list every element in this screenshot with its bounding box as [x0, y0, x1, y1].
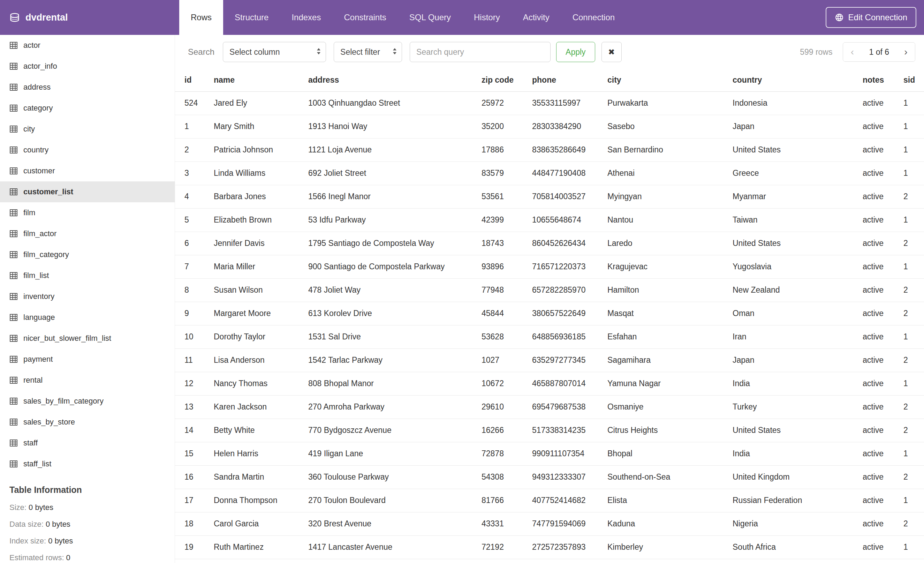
cell-city: Yamuna Nagar [608, 372, 733, 395]
cell-phone: 838635286649 [532, 138, 608, 162]
cell-id: 12 [175, 372, 214, 395]
sidebar-table-city[interactable]: city [0, 119, 175, 140]
cell-address: 1531 Sal Drive [308, 325, 482, 348]
sidebar-table-sales_by_store[interactable]: sales_by_store [0, 411, 175, 432]
cell-name: Maria Miller [214, 255, 308, 278]
cell-country: Japan [733, 348, 862, 372]
table-row[interactable]: 7Maria Miller900 Santiago de Compostela … [175, 255, 924, 278]
table-row[interactable]: 1Mary Smith1913 Hanoi Way352002830338429… [175, 115, 924, 138]
filter-select[interactable]: Select filter [334, 42, 402, 62]
cell-notes: active [862, 348, 903, 372]
clear-search-button[interactable]: ✖ [602, 42, 622, 62]
filter-select-wrap: Select filter [334, 42, 402, 62]
cell-sid: 1 [903, 442, 924, 465]
table-row[interactable]: 3Linda Williams692 Joliet Street83579448… [175, 162, 924, 185]
table-grid-icon [9, 146, 18, 154]
table-row[interactable]: 13Karen Jackson270 Amroha Parkway2961069… [175, 395, 924, 419]
tab-constraints[interactable]: Constraints [332, 0, 398, 35]
sidebar-table-customer[interactable]: customer [0, 161, 175, 182]
row-count: 599 rows [800, 47, 832, 57]
table-row[interactable]: 11Lisa Anderson1542 Tarlac Parkway102763… [175, 348, 924, 372]
table-row[interactable]: 5Elizabeth Brown53 Idfu Parkway423991065… [175, 208, 924, 232]
cell-name: Karen Jackson [214, 395, 308, 419]
tab-history[interactable]: History [462, 0, 512, 35]
tab-activity[interactable]: Activity [512, 0, 561, 35]
next-page-button[interactable]: › [897, 42, 915, 62]
table-grid-icon [9, 376, 18, 384]
apply-button[interactable]: Apply [556, 42, 595, 62]
column-header-id[interactable]: id [175, 69, 214, 92]
sidebar-table-film[interactable]: film [0, 202, 175, 223]
sidebar-table-actor[interactable]: actor [0, 35, 175, 56]
cell-sid: 2 [903, 512, 924, 536]
column-header-notes[interactable]: notes [862, 69, 903, 92]
table-row[interactable]: 18Carol Garcia320 Brest Avenue4333174779… [175, 512, 924, 536]
table-grid-icon [9, 335, 18, 342]
sidebar-table-country[interactable]: country [0, 140, 175, 161]
table-row[interactable]: 19Ruth Martinez1417 Lancaster Avenue7219… [175, 536, 924, 559]
cell-address: 270 Amroha Parkway [308, 395, 482, 419]
sidebar-table-payment[interactable]: payment [0, 349, 175, 370]
tab-structure[interactable]: Structure [223, 0, 280, 35]
sidebar-table-film_actor[interactable]: film_actor [0, 223, 175, 244]
cell-country: United States [733, 232, 862, 255]
column-header-phone[interactable]: phone [532, 69, 608, 92]
tab-connection[interactable]: Connection [561, 0, 626, 35]
table-information-row: Size: 0 bytes [9, 499, 165, 516]
cell-zip-code: 35200 [482, 115, 532, 138]
table-grid-icon [9, 293, 18, 300]
edit-connection-button[interactable]: Edit Connection [826, 7, 916, 28]
column-header-sid[interactable]: sid [903, 69, 924, 92]
search-query-input[interactable] [410, 42, 550, 62]
cell-id: 3 [175, 162, 214, 185]
table-row[interactable]: 6Jennifer Davis1795 Santiago de Composte… [175, 232, 924, 255]
table-row[interactable]: 12Nancy Thomas808 Bhopal Manor1067246588… [175, 372, 924, 395]
sidebar-table-nicer_but_slower_film_list[interactable]: nicer_but_slower_film_list [0, 328, 175, 349]
cell-id: 10 [175, 325, 214, 348]
sidebar-table-label: city [23, 125, 35, 134]
table-row[interactable]: 524Jared Ely1003 Qinhuangdao Street25972… [175, 92, 924, 115]
cell-id: 7 [175, 255, 214, 278]
column-select[interactable]: Select column [223, 42, 326, 62]
table-row[interactable]: 16Sandra Martin360 Toulouse Parkway54308… [175, 465, 924, 489]
sidebar-table-sales_by_film_category[interactable]: sales_by_film_category [0, 391, 175, 411]
sidebar-table-staff_list[interactable]: staff_list [0, 453, 175, 474]
sidebar-table-label: actor_info [23, 62, 57, 71]
table-row[interactable]: 8Susan Wilson478 Joliet Way7794865728228… [175, 278, 924, 302]
cell-id: 5 [175, 208, 214, 232]
sidebar-table-rental[interactable]: rental [0, 370, 175, 391]
column-header-city[interactable]: city [608, 69, 733, 92]
previous-page-button[interactable]: ‹ [843, 42, 861, 62]
table-row[interactable]: 15Helen Harris419 Iligan Lane72878990911… [175, 442, 924, 465]
table-row[interactable]: 4Barbara Jones1566 Inegl Manor5356170581… [175, 185, 924, 208]
sidebar-table-language[interactable]: language [0, 307, 175, 328]
table-row[interactable]: 17Donna Thompson270 Toulon Boulevard8176… [175, 489, 924, 512]
cell-address: 770 Bydgoszcz Avenue [308, 419, 482, 442]
sidebar-table-actor_info[interactable]: actor_info [0, 56, 175, 77]
tab-sql-query[interactable]: SQL Query [398, 0, 462, 35]
cell-city: Masqat [608, 302, 733, 325]
column-header-name[interactable]: name [214, 69, 308, 92]
tab-indexes[interactable]: Indexes [280, 0, 332, 35]
sidebar-table-film_category[interactable]: film_category [0, 244, 175, 265]
table-row[interactable]: 14Betty White770 Bydgoszcz Avenue1626651… [175, 419, 924, 442]
sidebar-table-category[interactable]: category [0, 98, 175, 119]
sidebar-table-customer_list[interactable]: customer_list [0, 182, 175, 202]
sidebar-table-film_list[interactable]: film_list [0, 265, 175, 286]
sidebar-table-inventory[interactable]: inventory [0, 286, 175, 307]
sidebar-table-staff[interactable]: staff [0, 432, 175, 453]
table-row[interactable]: 9Margaret Moore613 Korolev Drive45844380… [175, 302, 924, 325]
table-row[interactable]: 10Dorothy Taylor1531 Sal Drive5362864885… [175, 325, 924, 348]
cell-notes: active [862, 465, 903, 489]
column-header-address[interactable]: address [308, 69, 482, 92]
sidebar-table-address[interactable]: address [0, 77, 175, 98]
cell-id: 16 [175, 465, 214, 489]
cell-address: 1003 Qinhuangdao Street [308, 92, 482, 115]
cell-id: 13 [175, 395, 214, 419]
tab-rows[interactable]: Rows [179, 0, 223, 35]
column-header-zip-code[interactable]: zip code [482, 69, 532, 92]
column-header-country[interactable]: country [733, 69, 862, 92]
cell-country: Iran [733, 325, 862, 348]
table-row[interactable]: 2Patricia Johnson1121 Loja Avenue1788683… [175, 138, 924, 162]
cell-phone: 860452626434 [532, 232, 608, 255]
